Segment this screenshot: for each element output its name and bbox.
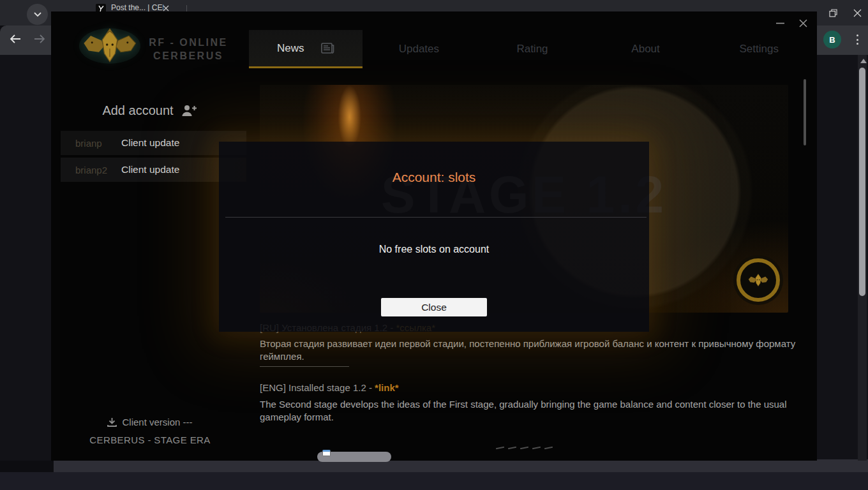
- dialog-divider: [225, 217, 647, 218]
- forward-button[interactable]: [33, 33, 47, 47]
- browser-bottom-strip: [54, 459, 868, 472]
- dialog-title: Account: slots: [219, 170, 649, 185]
- news-eng-header: [ENG] Installed stage 1.2 - *link*: [260, 382, 796, 393]
- logo-line2: CERBERUS: [147, 49, 230, 63]
- tab-about[interactable]: About: [589, 30, 703, 68]
- page-element-icon: [322, 450, 331, 456]
- add-account-label: Add account: [102, 103, 173, 118]
- tab-news[interactable]: News: [249, 30, 363, 68]
- account-status: Client update: [121, 164, 179, 175]
- person-plus-icon: [181, 105, 198, 117]
- client-version-block: Client version --- CERBERUS - STAGE ERA: [51, 417, 249, 445]
- cerberus-logo-icon: [74, 26, 146, 65]
- account-status: Client update: [121, 137, 179, 149]
- browser-close-icon[interactable]: [850, 6, 864, 19]
- account-slots-dialog: Account: slots No free slots on account …: [219, 142, 649, 332]
- tab-updates[interactable]: Updates: [363, 30, 476, 68]
- client-version-label: Client version ---: [122, 417, 192, 427]
- browser-restore-icon[interactable]: [826, 6, 840, 19]
- launcher-nav: News Updates Rating About Settings: [249, 30, 816, 68]
- dialog-close-button[interactable]: Close: [381, 298, 487, 316]
- article-divider: [260, 366, 349, 367]
- browser-scrollbar-thumb[interactable]: [859, 68, 865, 296]
- eng-link[interactable]: *link*: [375, 382, 399, 393]
- tab-search-chevron-button[interactable]: [27, 4, 48, 25]
- news-eng-body: The Second stage develops the ideas of t…: [260, 398, 796, 423]
- launcher-close-icon[interactable]: [795, 15, 811, 31]
- news-ru-body: Вторая стадия развивает идеи первой стад…: [260, 338, 796, 362]
- launcher-scrollbar-thumb[interactable]: [804, 79, 806, 145]
- desktop: Post the... | CERBERUS GAMES B: [0, 0, 868, 490]
- scrollbar-up-arrow-icon[interactable]: [860, 59, 867, 63]
- logo-line1: RF - ONLINE: [147, 36, 230, 49]
- edition-label: CERBERUS - STAGE ERA: [51, 434, 249, 445]
- add-account-button[interactable]: Add account: [51, 100, 249, 121]
- tab-settings[interactable]: Settings: [702, 30, 816, 68]
- launcher-window: RF - ONLINE CERBERUS News Updates Rating…: [51, 11, 817, 461]
- chevron-down-icon: [33, 11, 42, 17]
- dialog-message: No free slots on account: [219, 244, 649, 255]
- carousel-indicators[interactable]: [260, 447, 788, 449]
- download-icon: [107, 418, 117, 427]
- newspaper-icon: [321, 43, 334, 54]
- account-name: brianp2: [75, 165, 116, 175]
- account-name: brianp: [75, 138, 116, 149]
- cerberus-emblem-icon: [737, 258, 780, 302]
- tab-rating[interactable]: Rating: [475, 30, 589, 68]
- launcher-minimize-icon[interactable]: [772, 15, 788, 31]
- back-button[interactable]: [9, 33, 23, 47]
- logo-text: RF - ONLINE CERBERUS: [147, 36, 230, 63]
- browser-menu-icon[interactable]: [855, 33, 859, 46]
- taskbar: Pesquisar: [0, 472, 868, 490]
- horizontal-scrollbar-thumb[interactable]: [317, 452, 391, 462]
- browser-profile-avatar[interactable]: B: [823, 31, 841, 48]
